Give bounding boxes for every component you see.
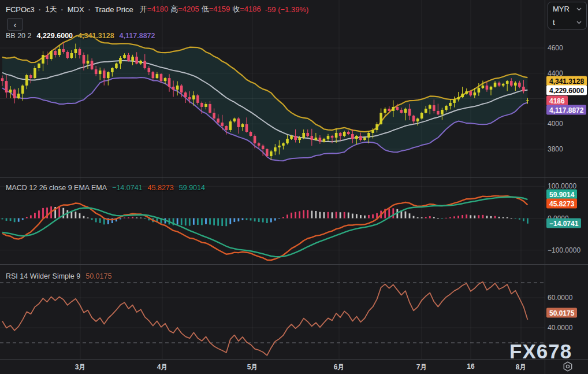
time-axis-label[interactable]: 4月	[157, 362, 168, 372]
rsi-axis-badge: 50.0175	[546, 308, 577, 318]
ohlc-pair: 开=4180	[140, 5, 169, 13]
series-label: Trade Price	[95, 5, 133, 14]
unit-selector[interactable]: t	[548, 16, 586, 29]
time-axis-label[interactable]: 8月	[516, 362, 527, 372]
currency-label: MYR	[553, 5, 570, 13]
macd-legend[interactable]: MACD 12 26 close 9 EMA EMA −14.0741 45.8…	[6, 184, 205, 192]
ohlc-pair: 高=4205	[170, 5, 199, 13]
chevron-down-icon	[576, 8, 582, 11]
macd-axis-badge: 45.8273	[546, 199, 577, 209]
watermark: FX678	[509, 340, 572, 363]
price-axis-badge: 4,229.6000	[546, 86, 587, 95]
time-axis-label[interactable]: 7月	[416, 362, 427, 372]
macd-signal-value: 59.9014	[179, 184, 205, 192]
rsi-axis-tick: 40.0000	[548, 324, 572, 332]
selector-box: MYR t	[548, 2, 587, 29]
chevron-down-icon	[576, 21, 582, 24]
exchange-label: MDX	[68, 5, 84, 14]
price-axis-badge: 4,341.3128	[546, 76, 587, 86]
macd-axis-tick: −100.0000	[548, 246, 580, 254]
time-axis-label[interactable]: 3月	[75, 362, 86, 372]
rsi-axis-tick: 60.0000	[548, 294, 572, 302]
bb-title: BB 20 2	[6, 32, 31, 40]
ohlc-values: 开=4180高=4205低=4159收=4186	[137, 4, 261, 14]
price-axis-badge: 4,117.8872	[546, 105, 586, 115]
price-axis-tick: 3800	[548, 145, 563, 153]
rsi-legend[interactable]: RSI 14 Wilder Simple 9 50.0175	[6, 272, 111, 280]
bb-legend[interactable]: BB 20 2 4,229.6000 4,341.3128 4,117.8872	[6, 32, 155, 40]
time-axis-label[interactable]: 5月	[247, 362, 258, 372]
macd-histogram-value: −14.0741	[112, 184, 142, 192]
symbol-header: FCPOc3 · 1天 · MDX · Trade Price 开=4180高=…	[6, 5, 308, 14]
price-axis-tick: 4600	[548, 44, 563, 52]
unit-label: t	[553, 18, 555, 27]
macd-title: MACD 12 26 close 9 EMA EMA	[6, 184, 107, 192]
symbol-name[interactable]: FCPOc3	[6, 5, 35, 14]
bb-middle-value: 4,229.6000	[36, 32, 73, 40]
bb-lower-value: 4,117.8872	[120, 32, 155, 40]
change-value: -59 (−1.39%)	[265, 5, 309, 14]
separator-dot: ·	[88, 5, 91, 14]
time-axis[interactable]: 3月4月5月6月7月168月	[0, 360, 588, 374]
ohlc-pair: 低=4159	[202, 5, 230, 13]
ohlc-pair: 收=4186	[232, 5, 261, 13]
macd-line-value: 45.8273	[148, 184, 174, 192]
time-axis-label[interactable]: 16	[467, 362, 474, 371]
macd-axis-badge: −14.0741	[546, 219, 581, 228]
bb-upper-value: 4,341.3128	[78, 32, 114, 40]
interval-label[interactable]: 1天	[45, 4, 57, 14]
rsi-value: 50.0175	[85, 272, 111, 280]
price-axis-badge: 4186	[546, 96, 568, 106]
macd-axis-badge: 59.9014	[546, 190, 577, 199]
back-button[interactable]: ‹	[7, 18, 23, 31]
price-axis-tick: 4000	[548, 120, 563, 128]
rsi-title: RSI 14 Wilder Simple 9	[6, 272, 80, 280]
separator-dot: ·	[39, 5, 41, 14]
separator-dot: ·	[61, 5, 63, 14]
currency-selector[interactable]: MYR	[548, 2, 586, 16]
trading-chart-app: FCPOc3 · 1天 · MDX · Trade Price 开=4180高=…	[0, 0, 588, 374]
time-axis-label[interactable]: 6月	[334, 362, 345, 372]
